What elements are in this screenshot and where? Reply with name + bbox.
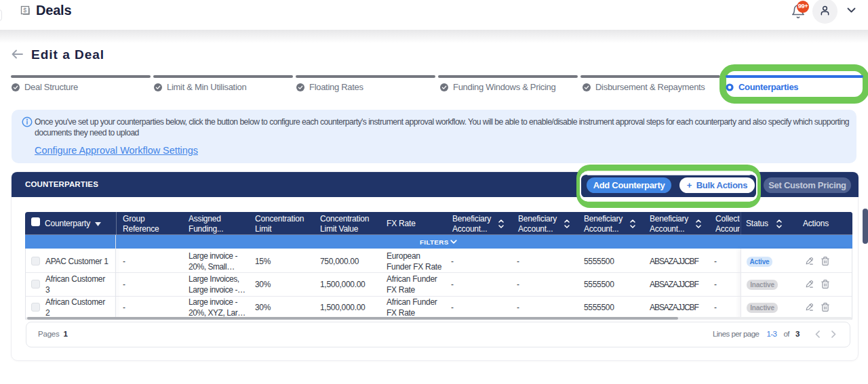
svg-text:$: $: [23, 7, 26, 14]
